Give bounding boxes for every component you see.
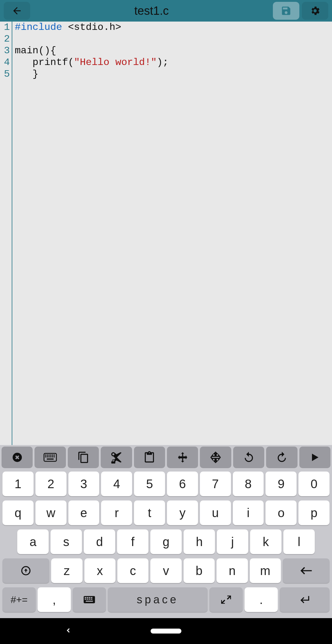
code-line[interactable]	[15, 33, 168, 45]
key-x[interactable]: x	[84, 558, 115, 583]
comma-key[interactable]: ,	[38, 587, 71, 612]
key-w[interactable]: w	[35, 500, 67, 525]
key-e[interactable]: e	[68, 500, 99, 525]
key-6[interactable]: 6	[167, 472, 198, 496]
key-z[interactable]: z	[51, 558, 82, 583]
copy-tool[interactable]	[68, 447, 99, 468]
key-5[interactable]: 5	[134, 472, 165, 496]
key-b[interactable]: b	[184, 558, 215, 583]
keyboard-small-icon	[83, 595, 95, 604]
expand-key[interactable]	[209, 587, 243, 612]
undo-icon	[243, 451, 255, 464]
code-line[interactable]: main(){	[15, 45, 168, 57]
save-button[interactable]	[273, 2, 299, 20]
keyboard-row-bottom: zxcvbnm	[1, 558, 331, 583]
key-t[interactable]: t	[134, 500, 165, 525]
key-q[interactable]: q	[2, 500, 34, 525]
key-h[interactable]: h	[184, 529, 215, 554]
key-n[interactable]: n	[217, 558, 248, 583]
svg-rect-7	[54, 455, 55, 456]
key-s[interactable]: s	[51, 529, 82, 554]
close-tool[interactable]	[2, 447, 33, 468]
key-f[interactable]: f	[117, 529, 148, 554]
key-v[interactable]: v	[150, 558, 181, 583]
key-p[interactable]: p	[298, 500, 330, 525]
undo-tool[interactable]	[233, 447, 264, 468]
svg-rect-22	[87, 599, 88, 600]
key-9[interactable]: 9	[265, 472, 297, 496]
save-icon	[281, 5, 292, 16]
svg-rect-21	[85, 599, 86, 600]
key-1[interactable]: 1	[2, 472, 34, 496]
cut-tool[interactable]	[101, 447, 132, 468]
paste-icon	[143, 451, 156, 464]
nav-home[interactable]	[151, 629, 181, 634]
key-o[interactable]: o	[265, 500, 297, 525]
symbols-key[interactable]: #+=	[2, 587, 36, 612]
code-content[interactable]: #include <stdio.h> main(){ printf("Hello…	[12, 22, 168, 445]
key-m[interactable]: m	[250, 558, 281, 583]
line-number: 4	[0, 57, 10, 68]
code-editor[interactable]: 12345 #include <stdio.h> main(){ printf(…	[0, 22, 332, 445]
svg-rect-5	[50, 455, 51, 456]
svg-rect-9	[47, 456, 48, 457]
key-g[interactable]: g	[150, 529, 182, 554]
space-key[interactable]: space	[108, 587, 208, 612]
key-d[interactable]: d	[84, 529, 115, 554]
keyboard-tool[interactable]	[34, 447, 66, 468]
keyboard-icon	[43, 452, 57, 462]
key-c[interactable]: c	[117, 558, 148, 583]
line-gutter: 12345	[0, 22, 12, 445]
key-r[interactable]: r	[101, 500, 132, 525]
svg-rect-24	[91, 599, 92, 600]
arrow-left-icon	[11, 5, 22, 16]
redo-icon	[276, 451, 288, 464]
close-circle-icon	[11, 451, 23, 464]
arrows-icon	[209, 451, 222, 464]
key-a[interactable]: a	[17, 529, 49, 554]
backspace-key[interactable]	[283, 558, 330, 583]
key-0[interactable]: 0	[298, 472, 330, 496]
key-u[interactable]: u	[200, 500, 231, 525]
svg-rect-14	[47, 459, 54, 460]
chevron-left-icon	[65, 627, 72, 634]
keyboard-row-numbers: 1234567890	[1, 472, 331, 496]
back-button[interactable]	[4, 2, 30, 20]
svg-rect-20	[91, 597, 92, 598]
key-l[interactable]: l	[283, 529, 315, 554]
move-tool[interactable]	[167, 447, 198, 468]
key-k[interactable]: k	[250, 529, 281, 554]
run-tool[interactable]	[299, 447, 330, 468]
keyboard-toggle-key[interactable]	[73, 587, 106, 612]
code-line[interactable]: #include <stdio.h>	[15, 22, 168, 33]
svg-rect-8	[45, 456, 47, 457]
system-navbar	[0, 618, 332, 644]
key-8[interactable]: 8	[233, 472, 264, 496]
expand-icon	[221, 595, 231, 605]
enter-key[interactable]	[280, 587, 330, 612]
editor-toolbar	[0, 445, 332, 470]
key-j[interactable]: j	[217, 529, 248, 554]
key-7[interactable]: 7	[200, 472, 231, 496]
paste-tool[interactable]	[134, 447, 165, 468]
code-line[interactable]: printf("Hello world!");	[15, 57, 168, 68]
code-line[interactable]: }	[15, 68, 168, 80]
line-number: 1	[0, 22, 10, 33]
svg-rect-13	[54, 456, 55, 457]
key-4[interactable]: 4	[101, 472, 132, 496]
key-3[interactable]: 3	[68, 472, 99, 496]
settings-button[interactable]	[302, 2, 328, 20]
nav-back[interactable]	[14, 627, 123, 635]
copy-icon	[77, 451, 90, 464]
svg-rect-4	[49, 455, 50, 456]
cursor-move-tool[interactable]	[200, 447, 231, 468]
period-key[interactable]: .	[245, 587, 278, 612]
move-icon	[176, 451, 189, 464]
key-i[interactable]: i	[233, 500, 264, 525]
shift-key[interactable]	[2, 558, 49, 583]
key-y[interactable]: y	[167, 500, 198, 525]
key-2[interactable]: 2	[35, 472, 67, 496]
scissors-icon	[110, 451, 123, 464]
redo-tool[interactable]	[266, 447, 297, 468]
line-number: 5	[0, 68, 10, 80]
